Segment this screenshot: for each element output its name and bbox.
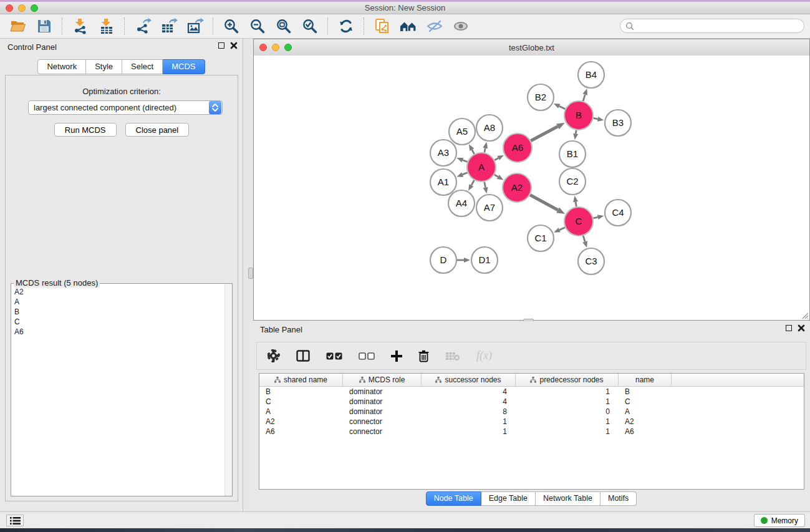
graph-edge-A2-C[interactable]: [530, 195, 558, 210]
optimization-criterion-label: Optimization criterion:: [6, 87, 238, 96]
show-all-eye-icon[interactable]: [448, 16, 474, 36]
task-history-list-icon[interactable]: [6, 515, 24, 526]
tab-style[interactable]: Style: [86, 59, 122, 74]
optimization-criterion-select[interactable]: largest connected component (directed): [28, 100, 223, 115]
tab-motifs[interactable]: Motifs: [600, 491, 637, 506]
dropdown-stepper-icon: [209, 101, 221, 114]
mcds-result-item[interactable]: C: [14, 317, 222, 327]
graph-edge-A-A7[interactable]: [485, 182, 486, 188]
export-table-icon[interactable]: [156, 16, 182, 36]
graph-edge-C-C1[interactable]: [559, 228, 565, 230]
column-header-name[interactable]: name: [619, 374, 672, 386]
network-canvas[interactable]: B4B2BB3A8A5A6A3B1AA1C2A2A4A7C4CC1C3DD1: [254, 56, 809, 320]
memory-button[interactable]: Memory: [754, 514, 805, 527]
mcds-result-item[interactable]: A: [14, 297, 222, 307]
save-session-icon[interactable]: [31, 16, 57, 36]
mcds-result-item[interactable]: A2: [14, 287, 222, 297]
graph-edge-B-B3[interactable]: [594, 118, 598, 118]
window-title: Session: New Session: [0, 3, 810, 12]
resize-grip-icon[interactable]: [800, 311, 809, 319]
column-header-predecessor-nodes[interactable]: predecessor nodes: [516, 374, 619, 386]
control-panel-title: Control Panel: [7, 42, 57, 52]
tab-network[interactable]: Network: [37, 59, 86, 74]
table-cell: 1: [516, 427, 619, 436]
graph-edge-B-B4[interactable]: [583, 95, 585, 102]
column-header-label: MCDS role: [369, 375, 405, 384]
search-icon: [625, 22, 634, 31]
graph-edge-C-C2[interactable]: [576, 202, 576, 207]
graph-edge-B-B2[interactable]: [559, 106, 566, 109]
graph-edge-A-A3[interactable]: [463, 160, 468, 162]
graph-edge-arrowhead: [497, 155, 504, 160]
new-network-from-selection-icon[interactable]: [369, 16, 395, 36]
mcds-result-item[interactable]: B: [14, 307, 222, 317]
column-type-icon: [435, 377, 441, 383]
close-panel-icon[interactable]: [230, 42, 238, 49]
table-options-gear-icon[interactable]: [267, 349, 280, 362]
search-field[interactable]: [620, 19, 804, 33]
search-input[interactable]: [637, 21, 804, 31]
zoom-out-icon[interactable]: [244, 16, 271, 36]
column-header-shared-name[interactable]: shared name: [259, 374, 343, 386]
column-header-successor-nodes[interactable]: successor nodes: [422, 374, 516, 386]
graph-node-label: D: [440, 254, 447, 265]
graph-edge-arrowhead: [468, 184, 473, 191]
tab-node-table[interactable]: Node Table: [426, 491, 481, 506]
zoom-in-icon[interactable]: [218, 16, 244, 36]
create-column-plus-icon[interactable]: [391, 351, 402, 362]
graph-node-label: A3: [438, 147, 449, 158]
close-panel-button[interactable]: Close panel: [125, 123, 190, 137]
node-table[interactable]: shared nameMCDS rolesuccessor nodesprede…: [259, 373, 804, 490]
graph-edge-C-C3[interactable]: [583, 236, 585, 242]
graph-edge-A-A8[interactable]: [485, 148, 485, 152]
export-network-icon[interactable]: [130, 16, 156, 36]
open-file-icon[interactable]: [5, 16, 31, 36]
float-panel-icon[interactable]: [218, 42, 224, 49]
close-table-panel-icon[interactable]: [798, 324, 805, 332]
show-column-icon[interactable]: [296, 350, 310, 362]
graph-edge-arrowhead: [497, 175, 504, 180]
graph-edge-C-C4[interactable]: [593, 217, 597, 218]
import-table-icon[interactable]: [94, 16, 120, 36]
run-mcds-button[interactable]: Run MCDS: [54, 123, 117, 137]
select-all-icon[interactable]: [326, 352, 342, 360]
deselect-all-icon[interactable]: [359, 352, 375, 360]
graph-edge-A-A4[interactable]: [471, 180, 474, 185]
graph-node-label: A8: [484, 122, 495, 133]
table-row[interactable]: Bdominator41B: [259, 387, 804, 397]
graph-edge-A6-B[interactable]: [531, 127, 557, 141]
graph-edge-A-A2[interactable]: [494, 175, 498, 177]
tab-edge-table[interactable]: Edge Table: [481, 491, 536, 506]
table-row[interactable]: Adominator80A: [259, 407, 804, 417]
refresh-icon[interactable]: [333, 16, 359, 36]
graph-edge-B-B1[interactable]: [576, 130, 576, 134]
mcds-panel: Optimization criterion: largest connecte…: [5, 75, 238, 501]
result-scrollbar[interactable]: [224, 284, 232, 496]
hide-selected-eye-slash-icon[interactable]: [422, 16, 448, 36]
graph-edge-A-A1[interactable]: [463, 173, 468, 175]
tab-select[interactable]: Select: [122, 59, 163, 74]
toolbar-separator: [124, 17, 125, 35]
graph-edge-arrowhead: [457, 158, 464, 162]
function-builder-icon: f(x): [476, 349, 492, 362]
tab-mcds[interactable]: MCDS: [163, 59, 205, 74]
delete-columns-trash-icon[interactable]: [418, 350, 429, 362]
vertical-split-handle[interactable]: [248, 268, 253, 279]
export-image-icon[interactable]: [182, 16, 208, 36]
zoom-selected-icon[interactable]: [297, 16, 323, 36]
table-row[interactable]: A6connector11A6: [259, 427, 804, 437]
column-type-icon: [359, 377, 365, 383]
table-row[interactable]: Cdominator41C: [259, 397, 804, 407]
zoom-fit-icon[interactable]: [271, 16, 297, 36]
table-cell: A: [619, 407, 672, 416]
column-header-MCDS-role[interactable]: MCDS role: [343, 374, 422, 386]
import-network-icon[interactable]: [67, 16, 94, 36]
float-table-panel-icon[interactable]: [786, 325, 792, 331]
graph-edge-A-A5[interactable]: [472, 150, 475, 154]
graph-edge-A-A6[interactable]: [494, 158, 498, 160]
tab-network-table[interactable]: Network Table: [536, 491, 600, 506]
mcds-result-item[interactable]: A6: [14, 327, 222, 337]
first-neighbors-icon[interactable]: [395, 16, 422, 36]
mcds-result-list[interactable]: A2ABCA6: [12, 286, 224, 495]
table-row[interactable]: A2connector11A2: [259, 417, 804, 427]
